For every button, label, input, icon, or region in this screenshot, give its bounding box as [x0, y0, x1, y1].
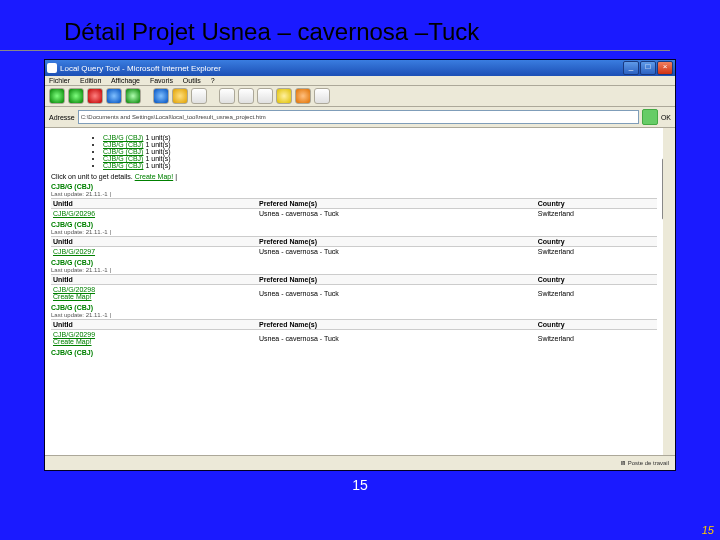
country-cell: Switzerland — [536, 330, 657, 347]
record-table: UnitIdPrefered Name(s)CountryCJB/G/20299… — [51, 319, 657, 346]
section-header: CJB/G (CBJ) — [51, 304, 657, 311]
record-table: UnitIdPrefered Name(s)CountryCJB/G/20296… — [51, 198, 657, 218]
refresh-icon[interactable] — [106, 88, 122, 104]
address-input[interactable]: C:\Documents and Settings\Local\local_to… — [78, 110, 639, 124]
section-header: CJB/G (CBJ) — [51, 349, 657, 356]
unit-link[interactable]: CJB/G (CBJ) — [103, 141, 143, 148]
section-header: CJB/G (CBJ) — [51, 259, 657, 266]
col-prefname: Prefered Name(s) — [257, 320, 536, 330]
address-bar: Adresse C:\Documents and Settings\Local\… — [45, 107, 675, 128]
col-unitid: UnitId — [51, 237, 257, 247]
address-label: Adresse — [49, 114, 75, 121]
record-table: UnitIdPrefered Name(s)CountryCJB/G/20298… — [51, 274, 657, 301]
prefname-cell: Usnea - cavernosa - Tuck — [257, 285, 536, 302]
slide-number-corner: 15 — [702, 524, 714, 536]
col-country: Country — [536, 237, 657, 247]
table-row: CJB/G/20297Usnea - cavernosa - TuckSwitz… — [51, 247, 657, 257]
unitid-link[interactable]: CJB/G/20296 — [53, 210, 95, 217]
unitid-link[interactable]: CJB/G/20297 — [53, 248, 95, 255]
menu-view[interactable]: Affichage — [111, 77, 140, 84]
list-item: CJB/G (CBJ) 1 unit(s) — [103, 148, 657, 155]
page-content: CJB/G (CBJ) 1 unit(s) CJB/G (CBJ) 1 unit… — [45, 128, 675, 455]
list-item: CJB/G (CBJ) 1 unit(s) — [103, 141, 657, 148]
slide-title: Détail Projet Usnea – cavernosa –Tuck — [0, 0, 670, 51]
ie-icon — [47, 63, 57, 73]
stop-icon[interactable] — [87, 88, 103, 104]
col-prefname: Prefered Name(s) — [257, 237, 536, 247]
unit-link[interactable]: CJB/G (CBJ) — [103, 162, 143, 169]
menu-edit[interactable]: Edition — [80, 77, 101, 84]
titlebar: Local Query Tool - Microsoft Internet Ex… — [45, 60, 675, 76]
discuss-icon[interactable] — [276, 88, 292, 104]
country-cell: Switzerland — [536, 285, 657, 302]
minimize-button[interactable]: _ — [623, 61, 639, 75]
extra-icon[interactable] — [314, 88, 330, 104]
col-country: Country — [536, 199, 657, 209]
col-unitid: UnitId — [51, 320, 257, 330]
prefname-cell: Usnea - cavernosa - Tuck — [257, 209, 536, 219]
unit-link[interactable]: CJB/G (CBJ) — [103, 155, 143, 162]
slide-number-center: 15 — [0, 477, 720, 493]
last-update: Last update: 21.11.-1 | — [51, 191, 657, 197]
menubar: Fichier Edition Affichage Favoris Outils… — [45, 76, 675, 86]
close-button[interactable]: × — [657, 61, 673, 75]
statusbar: 🖥 Poste de travail — [45, 455, 675, 470]
back-icon[interactable] — [49, 88, 65, 104]
unitid-link[interactable]: CJB/G/20298 — [53, 286, 95, 293]
scrollbar-thumb[interactable] — [662, 158, 674, 220]
col-country: Country — [536, 320, 657, 330]
toolbar — [45, 86, 675, 107]
section-header: CJB/G (CBJ) — [51, 183, 657, 190]
status-zone: 🖥 Poste de travail — [620, 460, 669, 466]
menu-favorites[interactable]: Favoris — [150, 77, 173, 84]
menu-file[interactable]: Fichier — [49, 77, 70, 84]
menu-tools[interactable]: Outils — [183, 77, 201, 84]
favorites-icon[interactable] — [172, 88, 188, 104]
prefname-cell: Usnea - cavernosa - Tuck — [257, 247, 536, 257]
maximize-button[interactable]: □ — [640, 61, 656, 75]
create-map-link[interactable]: Create Map! — [135, 173, 174, 180]
unit-link[interactable]: CJB/G (CBJ) — [103, 134, 143, 141]
country-cell: Switzerland — [536, 247, 657, 257]
prefname-cell: Usnea - cavernosa - Tuck — [257, 330, 536, 347]
list-item: CJB/G (CBJ) 1 unit(s) — [103, 162, 657, 169]
table-row: CJB/G/20298Create Map!Usnea - cavernosa … — [51, 285, 657, 302]
messenger-icon[interactable] — [295, 88, 311, 104]
unit-link[interactable]: CJB/G (CBJ) — [103, 148, 143, 155]
print-icon[interactable] — [238, 88, 254, 104]
country-cell: Switzerland — [536, 209, 657, 219]
history-icon[interactable] — [191, 88, 207, 104]
last-update: Last update: 21.11.-1 | — [51, 229, 657, 235]
section-header: CJB/G (CBJ) — [51, 221, 657, 228]
list-item: CJB/G (CBJ) 1 unit(s) — [103, 134, 657, 141]
last-update: Last update: 21.11.-1 | — [51, 312, 657, 318]
search-icon[interactable] — [153, 88, 169, 104]
go-label: OK — [661, 114, 671, 121]
col-prefname: Prefered Name(s) — [257, 275, 536, 285]
col-unitid: UnitId — [51, 199, 257, 209]
mail-icon[interactable] — [219, 88, 235, 104]
menu-help[interactable]: ? — [211, 77, 215, 84]
home-icon[interactable] — [125, 88, 141, 104]
unitid-link[interactable]: CJB/G/20299 — [53, 331, 95, 338]
click-hint: Click on unit to get details. Create Map… — [51, 173, 657, 180]
col-country: Country — [536, 275, 657, 285]
col-unitid: UnitId — [51, 275, 257, 285]
col-prefname: Prefered Name(s) — [257, 199, 536, 209]
table-row: CJB/G/20296Usnea - cavernosa - TuckSwitz… — [51, 209, 657, 219]
table-row: CJB/G/20299Create Map!Usnea - cavernosa … — [51, 330, 657, 347]
create-map-link[interactable]: Create Map! — [53, 338, 92, 345]
edit-icon[interactable] — [257, 88, 273, 104]
browser-window: Local Query Tool - Microsoft Internet Ex… — [44, 59, 676, 471]
window-title: Local Query Tool - Microsoft Internet Ex… — [60, 64, 221, 73]
record-table: UnitIdPrefered Name(s)CountryCJB/G/20297… — [51, 236, 657, 256]
list-item: CJB/G (CBJ) 1 unit(s) — [103, 155, 657, 162]
create-map-link[interactable]: Create Map! — [53, 293, 92, 300]
last-update: Last update: 21.11.-1 | — [51, 267, 657, 273]
unit-summary-list: CJB/G (CBJ) 1 unit(s) CJB/G (CBJ) 1 unit… — [63, 134, 657, 169]
go-button[interactable] — [642, 109, 658, 125]
forward-icon[interactable] — [68, 88, 84, 104]
